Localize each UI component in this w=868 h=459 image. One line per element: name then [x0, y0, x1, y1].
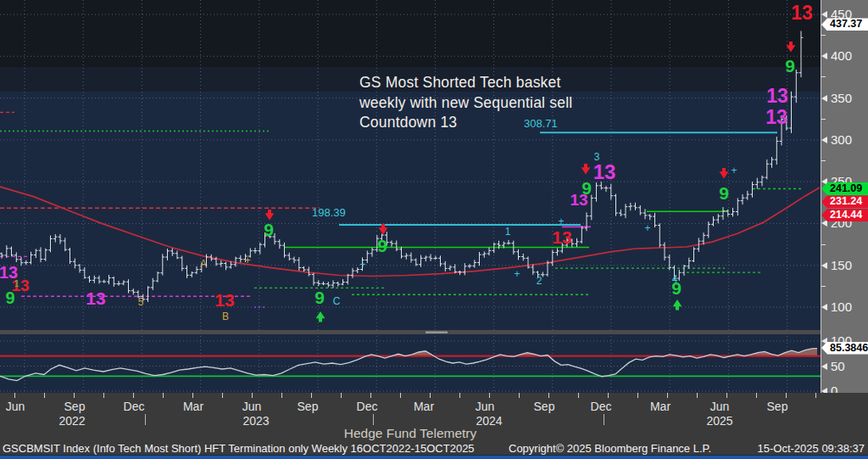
time-axis-tick — [341, 393, 342, 398]
status-copyright: Copyright© 2025 Bloomberg Finance L.P. — [509, 442, 711, 455]
price-axis-label: 300 — [831, 133, 852, 147]
month-label: Mar — [175, 400, 212, 413]
time-axis-tick — [222, 393, 223, 398]
level-price-badge: 231.24 — [821, 195, 868, 208]
panel-divider-handle[interactable] — [426, 332, 448, 333]
axis-tick-icon — [821, 137, 827, 143]
time-axis-tick — [815, 393, 816, 398]
axis-tick-icon — [821, 304, 827, 311]
status-bar: GSCBMSIT Index (Info Tech Most Short) HF… — [0, 442, 868, 456]
td-annotation: + — [359, 259, 365, 271]
title-line: Countdown 13 — [359, 113, 572, 133]
td-annotation: B — [222, 311, 229, 322]
td-annotation: 13 — [766, 85, 788, 107]
year-boundary-mark — [145, 414, 146, 425]
time-axis-tick — [756, 393, 757, 398]
price-axis-label: 350 — [831, 92, 852, 105]
td-annotation: A — [200, 258, 207, 270]
td-annotation: 2 — [537, 275, 542, 287]
time-axis-tick — [786, 393, 787, 398]
time-axis-tick — [163, 393, 164, 398]
level-price-badge: 214.44 — [821, 209, 868, 221]
month-label: Sep — [289, 400, 326, 413]
td-annotation: 13 — [570, 191, 587, 209]
time-axis-tick — [578, 393, 579, 398]
panel-divider — [0, 330, 821, 334]
axis-minor-tick — [821, 119, 826, 120]
td-annotation: 1 — [505, 226, 511, 238]
level-price-badge: 241.09 — [821, 182, 868, 195]
month-label: Dec — [582, 400, 620, 413]
time-axis-tick — [459, 393, 460, 398]
td-annotation: 9 — [671, 278, 682, 298]
td-annotation: + — [244, 254, 251, 266]
price-axis-label: 150 — [831, 259, 852, 272]
td-annotation: 5 — [138, 296, 144, 308]
time-axis-tick — [430, 393, 431, 398]
time-axis-tick — [192, 393, 193, 398]
title-line: GS Most Shorted Tech basket — [359, 73, 572, 93]
status-security-description: GSCBMSIT Index (Info Tech Most Short) HF… — [3, 442, 475, 455]
axis-minor-tick — [821, 244, 826, 245]
axis-minor-tick — [821, 76, 826, 77]
time-axis-tick — [14, 393, 15, 398]
td-annotation: 13 — [86, 288, 105, 308]
axis-tick-icon — [821, 220, 827, 227]
axis-tick-icon — [821, 95, 827, 102]
month-label: Sep — [56, 400, 93, 413]
bloomberg-chart-window: 131319135AB13+9198.39308.719+9C1+213+313… — [0, 0, 868, 459]
title-line: weekly with new Sequential sell — [359, 93, 572, 114]
td-annotation: 9 — [377, 236, 387, 255]
chart-canvas[interactable]: 131319135AB13+9198.39308.719+9C1+213+313… — [0, 0, 821, 392]
month-label: Jun — [466, 400, 504, 413]
upper-dark-band — [0, 0, 821, 67]
time-axis-tick — [667, 393, 668, 398]
price-axis-label: 100 — [831, 300, 852, 314]
time-axis-tick — [548, 393, 549, 398]
time-axis-tick — [370, 393, 371, 398]
td-annotation: 9 — [314, 288, 325, 307]
td-annotation: 9 — [719, 183, 729, 203]
time-axis-tick — [311, 393, 312, 398]
axis-tick-icon — [821, 262, 827, 269]
month-label: Jun — [701, 400, 738, 413]
time-axis-tick — [44, 393, 45, 398]
td-annotation: 9 — [264, 220, 274, 239]
time-axis-tick — [637, 393, 638, 398]
td-annotation: 13 — [791, 2, 813, 24]
td-annotation: 9 — [5, 288, 14, 307]
price-axis-label: 400 — [831, 49, 852, 63]
oscillator-axis-label: 50 — [831, 360, 845, 373]
last-price-badge: 437.37 — [821, 18, 868, 31]
axis-minor-tick — [821, 286, 826, 287]
axis-minor-tick — [821, 160, 826, 161]
time-axis-tick — [608, 393, 609, 398]
td-annotation: 13 — [593, 160, 616, 183]
month-label: Jun — [0, 400, 34, 413]
td-annotation: + — [644, 222, 650, 234]
month-label: Sep — [759, 400, 796, 413]
time-axis-tick — [74, 393, 75, 398]
time-axis-tick — [726, 393, 727, 398]
watermark-hedge-fund-telemetry: Hedge Fund Telemetry — [0, 426, 821, 441]
axis-tick-icon — [821, 53, 827, 59]
month-label: Sep — [526, 400, 563, 413]
time-axis-tick — [697, 393, 698, 398]
time-axis-tick — [252, 393, 253, 398]
status-timestamp: 15-Oct-2025 09:38:37 — [758, 442, 865, 455]
month-label: Dec — [348, 400, 386, 413]
td-annotation: 1 — [14, 279, 19, 288]
td-annotation: C — [333, 295, 341, 307]
td-annotation: + — [731, 165, 737, 176]
time-axis-tick — [519, 393, 520, 398]
month-label: Dec — [115, 400, 153, 413]
time-axis-tick — [489, 393, 490, 398]
month-label: Mar — [405, 400, 442, 413]
year-boundary-mark — [373, 414, 374, 425]
td-annotation: 9 — [785, 56, 795, 76]
year-boundary-mark — [604, 414, 604, 425]
chart-annotation-title: GS Most Shorted Tech basket weekly with … — [359, 73, 572, 133]
time-axis-tick — [103, 393, 104, 398]
axis-tick-icon — [821, 11, 827, 18]
td-annotation: 13 — [552, 227, 571, 247]
